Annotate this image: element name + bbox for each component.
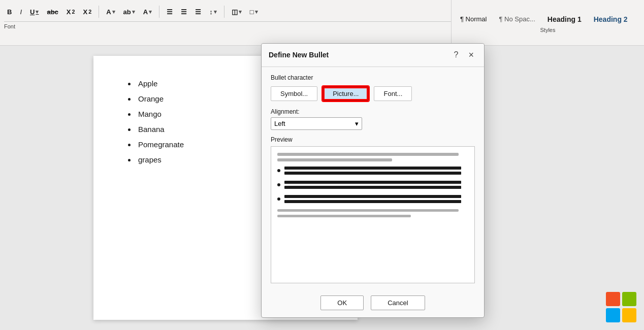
- line-spacing-dropdown[interactable]: ▾: [214, 9, 217, 15]
- picture-button[interactable]: Picture...: [323, 86, 369, 101]
- preview-line-2: [277, 158, 392, 161]
- italic-button[interactable]: I: [17, 6, 25, 18]
- dialog-footer: OK Cancel: [262, 290, 484, 317]
- preview-footer-1: [277, 209, 459, 212]
- align-center-button[interactable]: ☰: [178, 6, 190, 18]
- line-spacing-button[interactable]: ↕ ▾: [206, 6, 220, 18]
- align-right-button[interactable]: ☰: [192, 6, 204, 18]
- preview-section: Preview: [271, 136, 475, 283]
- define-new-bullet-dialog: Define New Bullet ? × Bullet character S…: [261, 43, 485, 318]
- underline-dropdown[interactable]: ▾: [36, 9, 39, 15]
- dialog-title-actions: ? ×: [451, 49, 477, 61]
- font-color2-dropdown[interactable]: ▾: [149, 9, 152, 15]
- align-left-button[interactable]: ☰: [164, 6, 176, 18]
- highlight-button[interactable]: ab ▾: [120, 6, 138, 18]
- preview-line-1: [277, 153, 459, 156]
- dialog-help-button[interactable]: ?: [451, 49, 462, 60]
- cancel-button[interactable]: Cancel: [371, 295, 425, 310]
- preview-box: [271, 146, 475, 283]
- underline-button[interactable]: U ▾: [27, 6, 42, 18]
- preview-bullet-dot-1: [277, 169, 280, 172]
- highlight-dropdown[interactable]: ▾: [132, 9, 135, 15]
- preview-label: Preview: [271, 136, 475, 143]
- preview-bullet-1: [277, 167, 468, 179]
- preview-bullet-2: [277, 181, 468, 193]
- font-color-dropdown[interactable]: ▾: [112, 9, 115, 15]
- shading-dropdown[interactable]: ▾: [239, 9, 242, 15]
- ms-word-logo: [603, 289, 639, 325]
- separator-2: [159, 6, 159, 18]
- svg-rect-1: [622, 292, 636, 306]
- dialog-body: Bullet character Symbol... Picture... Fo…: [262, 67, 484, 290]
- alignment-dropdown-icon: ▾: [355, 120, 359, 127]
- bullet-character-row: Symbol... Picture... Font...: [271, 86, 475, 101]
- font-color2-button[interactable]: A ▾: [140, 6, 155, 18]
- alignment-label: Alignment:: [271, 108, 475, 115]
- svg-rect-3: [622, 308, 636, 322]
- borders-button[interactable]: □ ▾: [247, 6, 261, 18]
- style-h1-button[interactable]: Heading 1: [543, 13, 586, 26]
- ok-button[interactable]: OK: [320, 295, 364, 310]
- style-h2-button[interactable]: Heading 2: [589, 13, 632, 26]
- preview-bullet-dot-3: [277, 197, 280, 201]
- styles-panel: ¶ Normal ¶ No Spac... Heading 1 Heading …: [451, 0, 644, 46]
- styles-section-label: Styles: [456, 27, 640, 33]
- superscript-button[interactable]: X2: [80, 6, 95, 18]
- svg-rect-0: [606, 292, 620, 306]
- dialog-close-button[interactable]: ×: [465, 49, 477, 61]
- bullet-character-label: Bullet character: [271, 74, 475, 81]
- borders-dropdown[interactable]: ▾: [255, 9, 258, 15]
- preview-footer-2: [277, 215, 411, 217]
- subscript-button[interactable]: X2: [63, 6, 78, 18]
- font-color-button[interactable]: A ▾: [103, 6, 118, 18]
- alignment-select[interactable]: Left ▾: [271, 117, 362, 130]
- symbol-button[interactable]: Symbol...: [271, 86, 317, 101]
- separator-3: [224, 6, 224, 18]
- font-button[interactable]: Font...: [374, 86, 412, 101]
- preview-bullet-3: [277, 195, 468, 207]
- bold-button[interactable]: B: [4, 6, 15, 18]
- styles-row: ¶ Normal ¶ No Spac... Heading 1 Heading …: [456, 13, 640, 26]
- alignment-section: Alignment: Left ▾: [271, 108, 475, 130]
- separator-1: [99, 6, 99, 18]
- dialog-title-bar: Define New Bullet ? ×: [262, 44, 484, 67]
- svg-rect-2: [606, 308, 620, 322]
- dialog-title: Define New Bullet: [269, 51, 329, 59]
- style-normal-button[interactable]: ¶ Normal: [456, 13, 492, 25]
- strikethrough-button[interactable]: abc: [44, 6, 61, 18]
- shading-button[interactable]: ◫ ▾: [229, 6, 245, 18]
- style-nospace-button[interactable]: ¶ No Spac...: [495, 13, 540, 25]
- preview-bullet-dot-2: [277, 183, 280, 186]
